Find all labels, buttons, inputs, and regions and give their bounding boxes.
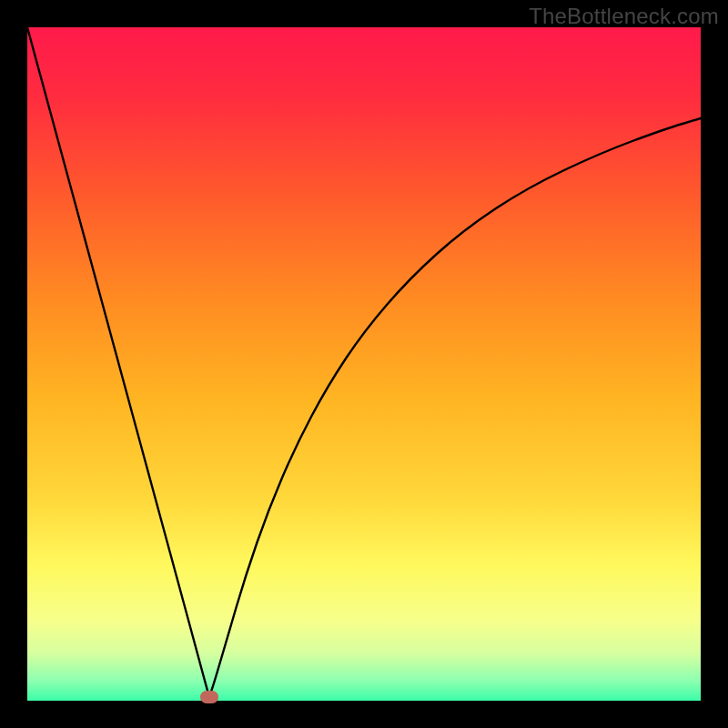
optimal-point-marker	[200, 691, 218, 703]
attribution-text: TheBottleneck.com	[529, 4, 719, 29]
plot-background	[27, 27, 701, 701]
bottleneck-chart	[0, 0, 728, 728]
chart-frame: TheBottleneck.com	[0, 0, 728, 728]
